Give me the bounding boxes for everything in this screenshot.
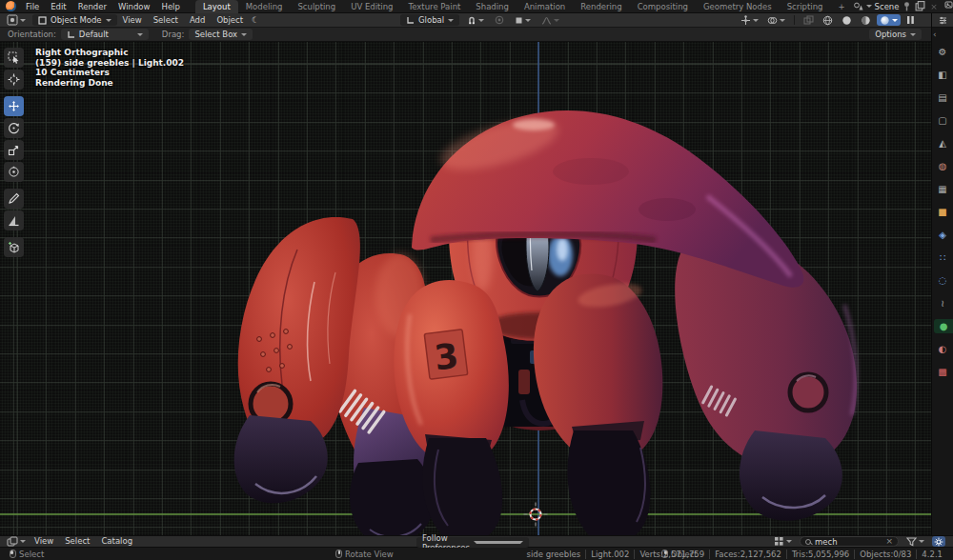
transform-orientation-dropdown[interactable]: Global: [400, 14, 459, 26]
new-scene-icon[interactable]: [915, 1, 925, 11]
properties-tab-collection[interactable]: ▦: [932, 182, 953, 196]
properties-tab-tool[interactable]: ⚙: [932, 45, 953, 59]
menu-render[interactable]: Render: [72, 0, 112, 13]
tab-scripting[interactable]: Scripting: [780, 0, 831, 13]
tab-uv-editing[interactable]: UV Editing: [343, 0, 400, 13]
asset-search-input[interactable]: mech ×: [800, 536, 899, 547]
tool-transform[interactable]: [4, 162, 24, 182]
tool-scale[interactable]: [4, 140, 24, 160]
filter-dropdown[interactable]: [903, 536, 927, 548]
menu-window[interactable]: Window: [112, 0, 156, 13]
viewport-menu-select[interactable]: Select: [148, 13, 184, 27]
properties-tab-modifiers[interactable]: ◈: [932, 228, 953, 242]
pause-render-button[interactable]: [903, 14, 918, 26]
viewport-menu-view[interactable]: View: [117, 13, 148, 27]
show-gizmo-dropdown[interactable]: [738, 14, 761, 26]
left-mouse-icon: [10, 550, 16, 558]
shading-wireframe-button[interactable]: [820, 14, 836, 26]
proportional-edit-toggle[interactable]: [492, 14, 507, 26]
options-dropdown[interactable]: Options: [869, 29, 922, 40]
properties-editor-header[interactable]: [932, 13, 953, 28]
viewport-menu-add[interactable]: Add: [184, 13, 211, 27]
properties-tab-render[interactable]: ◧: [932, 68, 953, 82]
mech-leg-far-right[interactable]: [675, 238, 857, 521]
tool-select-box[interactable]: [4, 48, 24, 68]
properties-tab-object[interactable]: ■: [932, 205, 953, 219]
properties-tab-world[interactable]: ◍: [932, 159, 953, 173]
tool-rotate[interactable]: [4, 118, 24, 138]
tab-sculpting[interactable]: Sculpting: [290, 0, 343, 13]
menu-help[interactable]: Help: [155, 0, 185, 13]
mode-dropdown[interactable]: Object Mode: [32, 14, 117, 26]
orientation-axes-icon: [406, 16, 415, 25]
clear-search-icon[interactable]: ×: [885, 537, 893, 546]
mech-leg-far-left[interactable]: [234, 217, 360, 503]
mode-extra-icon[interactable]: ☾: [249, 14, 262, 26]
asset-menu-select[interactable]: Select: [59, 535, 95, 548]
shading-rendered-button[interactable]: [877, 14, 901, 26]
tab-modeling[interactable]: Modeling: [238, 0, 291, 13]
scene-selector[interactable]: Scene ×: [853, 1, 940, 11]
tab-shading[interactable]: Shading: [468, 0, 517, 13]
stat-object-name: side greebles: [522, 550, 587, 559]
tool-annotate[interactable]: [4, 189, 24, 209]
asset-settings-button[interactable]: [932, 536, 945, 547]
properties-editor-icon: [938, 15, 948, 26]
properties-tab-constraints[interactable]: ≀: [932, 296, 953, 310]
pivot-point-dropdown[interactable]: [512, 14, 534, 26]
search-icon: [805, 539, 811, 545]
import-method-dropdown[interactable]: Follow Preferences: [416, 537, 529, 548]
tool-add-cube[interactable]: [4, 237, 24, 257]
falloff-dropdown[interactable]: [538, 14, 562, 26]
3d-viewport[interactable]: 3: [0, 42, 931, 535]
tool-move[interactable]: [4, 96, 24, 116]
properties-tab-particles[interactable]: ∷: [932, 250, 953, 265]
display-mode-dropdown[interactable]: [771, 536, 795, 548]
properties-tab-view-layer[interactable]: ▢: [932, 113, 953, 128]
unlink-scene-icon[interactable]: ×: [928, 1, 939, 11]
view-layer-selector[interactable]: ViewLayer ×: [944, 1, 953, 11]
tab-compositing[interactable]: Compositing: [630, 0, 696, 13]
tab-texture-paint[interactable]: Texture Paint: [401, 0, 469, 13]
shading-solid-button[interactable]: [839, 14, 855, 26]
toggle-xray-button[interactable]: [801, 14, 817, 26]
tool-cursor[interactable]: [4, 70, 24, 90]
asset-menu-view[interactable]: View: [29, 535, 59, 548]
shading-material-button[interactable]: [858, 14, 874, 26]
menu-file[interactable]: File: [20, 0, 45, 13]
asset-editor-type-button[interactable]: [4, 536, 29, 548]
solid-sphere-icon: [841, 15, 852, 26]
expand-region-arrow[interactable]: ‹: [932, 28, 953, 41]
blender-logo-icon[interactable]: [6, 1, 16, 11]
tab-geometry-nodes[interactable]: Geometry Nodes: [696, 0, 780, 13]
editor-type-button[interactable]: [4, 14, 29, 26]
drag-mode-dropdown[interactable]: Select Box: [189, 29, 253, 40]
asset-menu-catalog[interactable]: Catalog: [95, 535, 138, 548]
pin-icon[interactable]: [902, 1, 912, 11]
menu-edit[interactable]: Edit: [45, 0, 71, 13]
render-status-text: Rendering Done: [35, 78, 184, 89]
mech-model[interactable]: 3: [0, 42, 931, 535]
chevron-down-icon: [910, 33, 916, 36]
tool-measure[interactable]: [4, 210, 24, 230]
orientation-default-dropdown[interactable]: Default: [61, 29, 149, 40]
properties-tab-object-data[interactable]: ●: [934, 319, 953, 333]
scene-statistics: side greebles Light.002 Verts:2,571,759 …: [522, 548, 947, 560]
properties-tab-physics[interactable]: ◌: [932, 273, 953, 288]
mech-leg-front-right[interactable]: [534, 273, 662, 535]
properties-tab-scene[interactable]: ◭: [932, 136, 953, 150]
stat-tris: Tris:5,055,996: [787, 550, 855, 559]
properties-tab-texture[interactable]: ▩: [932, 365, 953, 379]
chevron-down-icon: [241, 33, 247, 36]
tab-animation[interactable]: Animation: [517, 0, 573, 13]
show-overlays-dropdown[interactable]: [764, 14, 788, 26]
hint-rotate-view: Rotate View: [335, 548, 394, 560]
add-workspace-button[interactable]: +: [830, 0, 852, 13]
tab-rendering[interactable]: Rendering: [573, 0, 629, 13]
properties-tab-material[interactable]: ◐: [932, 342, 953, 356]
snap-toggle[interactable]: [464, 14, 487, 26]
viewport-header: Object Mode View Select Add Object ☾ Glo…: [0, 13, 931, 28]
tab-layout[interactable]: Layout: [195, 0, 238, 13]
properties-tab-output[interactable]: ▤: [932, 90, 953, 105]
viewport-menu-object[interactable]: Object: [211, 13, 249, 27]
